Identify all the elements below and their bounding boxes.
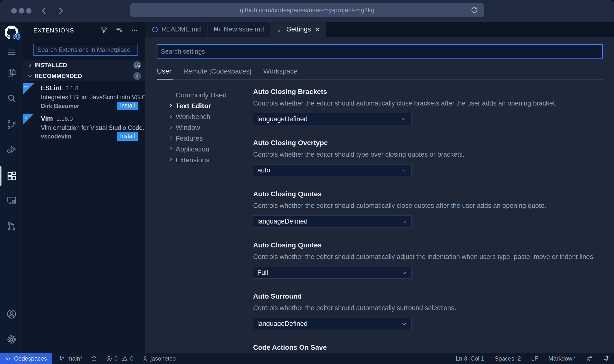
setting-dropdown[interactable]: languageDefined [253, 215, 412, 228]
toc-workbench[interactable]: Workbench [176, 113, 210, 121]
toc-window[interactable]: Window [176, 124, 200, 132]
source-control-icon[interactable] [6, 119, 17, 130]
more-actions-icon[interactable] [130, 26, 139, 34]
setting-dropdown[interactable]: languageDefined [253, 113, 412, 125]
setting-description: Controls whether the editor should type … [253, 151, 604, 158]
git-branch-icon [59, 355, 65, 362]
chevron-right-icon [168, 103, 174, 108]
settings-list-icon [277, 26, 284, 33]
feedback-icon[interactable] [586, 355, 593, 362]
star-icon: ☆ [24, 114, 28, 120]
codespaces-status-item[interactable]: Codespaces [0, 353, 52, 364]
clear-extensions-input-icon[interactable] [115, 26, 123, 34]
workbench: EXTENSIONS INSTALLED [0, 22, 614, 353]
dropdown-value: auto [257, 167, 270, 174]
remote-explorer-icon[interactable] [6, 195, 17, 206]
toc-commonly-used[interactable]: Commonly Used [176, 91, 227, 99]
setting-description: Controls whether the editor should autom… [253, 202, 604, 210]
setting-dropdown[interactable]: languageDefined [253, 318, 412, 330]
window-controls[interactable] [11, 8, 31, 14]
extension-item-vim[interactable]: ☆ Vim 1.16.0 Vim emulation for Visual St… [23, 114, 145, 141]
menu-icon[interactable] [6, 46, 17, 58]
setting-auto-closing-overtype: Auto Closing Overtype Controls whether t… [253, 139, 604, 176]
error-icon [106, 355, 112, 362]
scope-divider [157, 79, 603, 80]
extension-version: 2.1.8 [65, 85, 78, 92]
window-minimize-button[interactable] [19, 8, 24, 14]
setting-auto-indent: Auto Closing Quotes Controls whether the… [253, 241, 604, 279]
filter-icon[interactable] [100, 26, 108, 34]
search-icon[interactable] [6, 93, 17, 104]
url-text: github.com/codespaces/user-my-project-mg… [240, 6, 375, 14]
recommended-ribbon: ☆ [23, 83, 34, 94]
extensions-sidebar: EXTENSIONS INSTALLED [23, 22, 145, 353]
setting-auto-closing-brackets: Auto Closing Brackets Controls whether t… [253, 88, 604, 125]
setting-title: Auto Closing Overtype [253, 139, 604, 147]
sync-status-item[interactable] [91, 355, 97, 362]
address-bar[interactable]: github.com/codespaces/user-my-project-mg… [130, 3, 484, 17]
section-installed[interactable]: INSTALLED 16 [23, 60, 145, 71]
toc-text-editor[interactable]: Text Editor [176, 102, 211, 110]
settings-gear-icon[interactable] [6, 334, 17, 345]
branch-status-item[interactable]: main* [59, 355, 82, 362]
run-and-debug-icon[interactable] [6, 144, 17, 155]
settings-search-input[interactable] [157, 48, 602, 55]
scope-tab-remote[interactable]: Remote [Codespaces] [183, 67, 251, 79]
setting-dropdown[interactable]: auto [253, 164, 412, 176]
forward-icon[interactable] [56, 6, 65, 15]
cursor-position[interactable]: Ln 3, Col 1 [456, 355, 484, 362]
remote-indicator-icon [5, 355, 12, 362]
setting-title: Code Actions On Save [253, 344, 604, 351]
extension-version: 1.16.0 [56, 115, 73, 122]
errors-status-item[interactable]: 0 0 [106, 355, 134, 362]
close-icon[interactable]: × [315, 26, 320, 33]
back-icon[interactable] [40, 6, 49, 15]
chevron-down-icon [401, 270, 407, 276]
user-status-item[interactable]: jasonetco [142, 355, 176, 362]
setting-title: Auto Surround [253, 292, 604, 300]
chevron-right-icon [168, 124, 174, 130]
reload-icon[interactable] [470, 6, 478, 14]
indentation[interactable]: Spaces: 2 [495, 355, 521, 362]
scope-tab-user[interactable]: User [157, 67, 171, 79]
tab-newissue[interactable]: M↓ NewIssue.md [208, 22, 271, 37]
chevron-down-icon [401, 321, 407, 327]
setting-description: Controls whether the editor should autom… [253, 100, 604, 107]
tab-settings[interactable]: Settings × [271, 22, 326, 37]
extensions-search-input[interactable] [36, 46, 138, 53]
extension-description: Vim emulation for Visual Studio Code... [41, 124, 148, 131]
markdown-icon: M↓ [214, 26, 221, 33]
extension-item-eslint[interactable]: ☆ ESLint 2.1.8 Integrates ESLint JavaScr… [23, 83, 145, 111]
explorer-icon[interactable] [6, 67, 17, 78]
github-codespaces-logo-icon [5, 26, 18, 39]
extensions-icon[interactable] [6, 170, 17, 182]
tab-readme[interactable]: README.md [145, 22, 208, 37]
extension-name: Vim [41, 115, 53, 122]
sidebar-title: EXTENSIONS [33, 27, 74, 34]
setting-title: Auto Closing Quotes [253, 241, 604, 249]
active-view-indicator [0, 166, 1, 186]
chevron-down-icon [27, 73, 33, 79]
pull-requests-icon[interactable] [6, 221, 17, 232]
eol-sequence[interactable]: LF [531, 355, 538, 362]
toc-features[interactable]: Features [176, 135, 203, 142]
toc-application[interactable]: Application [176, 145, 209, 153]
toc-extensions[interactable]: Extensions [176, 156, 209, 164]
info-icon [152, 26, 158, 33]
window-zoom-button[interactable] [26, 8, 31, 14]
account-icon[interactable] [6, 308, 17, 320]
setting-dropdown[interactable]: Full [253, 267, 412, 279]
branch-label: main* [67, 355, 82, 362]
chevron-right-icon [168, 146, 174, 152]
scope-tab-workspace[interactable]: Workspace [263, 67, 298, 79]
window-close-button[interactable] [11, 8, 17, 14]
section-label: INSTALLED [34, 62, 67, 69]
notifications-bell-icon[interactable] [603, 355, 610, 362]
section-recommended[interactable]: RECOMMENDED 4 [23, 71, 145, 81]
chevron-down-icon [401, 167, 407, 174]
editor-area: README.md M↓ NewIssue.md Settings × [145, 22, 614, 353]
install-button[interactable]: Install [117, 132, 138, 141]
language-mode[interactable]: Markdown [548, 355, 576, 362]
chevron-down-icon [401, 218, 407, 225]
install-button[interactable]: Install [117, 102, 138, 110]
